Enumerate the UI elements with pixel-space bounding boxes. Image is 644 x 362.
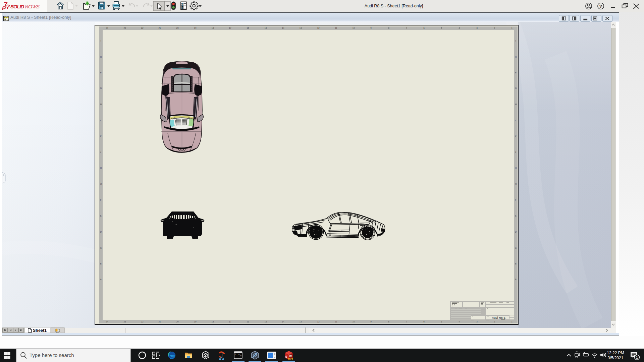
svg-text:WORKS: WORKS <box>24 4 40 9</box>
svg-text:C:\>_: C:\>_ <box>235 354 242 356</box>
svg-text:2021: 2021 <box>288 358 293 361</box>
svg-text:1: 1 <box>636 355 638 359</box>
svg-text:?: ? <box>599 4 602 9</box>
svg-text:SOLID: SOLID <box>10 4 24 9</box>
svg-text:S: S <box>285 355 287 358</box>
